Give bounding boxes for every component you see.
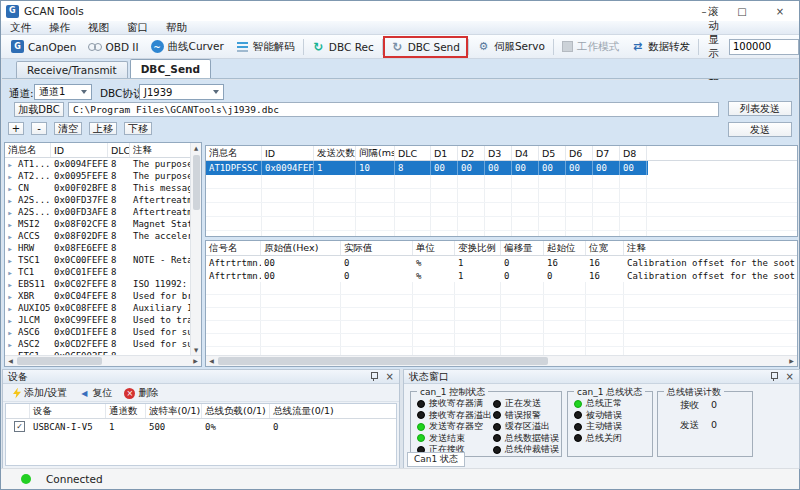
horizontal-scrollbar[interactable]: ◀ ▶ <box>206 355 797 366</box>
signal-row[interactable]: Aftrtrtmn...000%101616Calibration offset… <box>206 256 797 269</box>
pin-icon[interactable] <box>369 372 378 382</box>
column-header[interactable]: 间隔(ms) <box>356 146 395 160</box>
expand-arrow-icon[interactable]: ▶ <box>5 161 15 168</box>
message-row[interactable]: ▶TC10x0C01FEFE8 <box>5 266 190 278</box>
scroll-frames-input[interactable] <box>729 39 799 55</box>
vertical-scrollbar[interactable]: ▲ ▼ <box>190 143 201 355</box>
column-header[interactable]: 消息名 <box>206 146 262 160</box>
column-header[interactable]: 通道数 <box>106 404 146 418</box>
device-row[interactable]: ✓USBCAN-I-V515000%0 <box>6 419 396 434</box>
signal-row-empty[interactable] <box>206 295 797 308</box>
add-row-button[interactable]: + <box>8 122 24 135</box>
send-row-empty[interactable] <box>206 175 797 189</box>
expand-arrow-icon[interactable]: ▶ <box>5 269 15 276</box>
send-row-empty[interactable] <box>206 189 797 203</box>
toolbar-button[interactable]: ~曲线Curver <box>145 37 230 57</box>
toolbar-button[interactable]: 智能解码 <box>230 37 301 57</box>
message-row[interactable]: ▶AUXIO50x0C08FEFE8Auxiliary Input <box>5 302 190 314</box>
column-header[interactable]: 设备 <box>30 404 106 418</box>
device-checkbox[interactable]: ✓ <box>14 421 25 432</box>
expand-arrow-icon[interactable]: ▶ <box>5 341 15 348</box>
message-row[interactable]: ▶ASC60x0CD1FEFE8Used for suspens <box>5 326 190 338</box>
expand-arrow-icon[interactable]: ▶ <box>5 185 15 192</box>
expand-arrow-icon[interactable]: ▶ <box>5 329 15 336</box>
device-toolbar-button[interactable]: ◀复位 <box>79 386 112 400</box>
column-header[interactable]: 信号名 <box>206 241 261 255</box>
scroll-right-icon[interactable]: ▶ <box>786 356 797 366</box>
message-row[interactable]: ▶AT1...0x0094FEFE8The purpose of t <box>5 158 190 170</box>
message-row[interactable]: ▶A2S...0x00FD3AFE8Aftertreatment 2 <box>5 206 190 218</box>
expand-arrow-icon[interactable]: ▶ <box>5 233 15 240</box>
close-icon[interactable]: × <box>386 372 394 381</box>
message-row[interactable]: ▶MSI20x08F02CFE8Magnet Status In <box>5 218 190 230</box>
column-header[interactable]: DLC <box>108 143 130 157</box>
expand-arrow-icon[interactable]: ▶ <box>5 293 15 300</box>
message-row[interactable]: ▶CN0x00F02BFE8This message is <box>5 182 190 194</box>
column-header[interactable]: D5 <box>539 146 566 160</box>
protocol-select[interactable]: J1939 <box>139 84 224 100</box>
column-header[interactable]: 总线流量(0/1) <box>270 404 396 418</box>
expand-arrow-icon[interactable]: ▶ <box>5 209 15 216</box>
maximize-button[interactable]: □ <box>723 1 761 21</box>
send-row-selected[interactable]: AT1DPFSSC0x0094FEFE11080000000000000000 <box>206 161 648 175</box>
toolbar-button[interactable]: ↻DBC Rec <box>306 37 380 57</box>
message-row[interactable]: ▶ACCS0x08F02DFE8The acceleratio <box>5 230 190 242</box>
load-dbc-button[interactable]: 加载DBC <box>14 102 64 117</box>
clear-button[interactable]: 清空 <box>54 122 82 135</box>
menu-item[interactable]: 帮助 <box>157 21 196 35</box>
column-header[interactable]: D7 <box>593 146 620 160</box>
channel-select[interactable]: 通道1 <box>34 84 92 100</box>
column-header[interactable]: 变换比例 <box>455 241 501 255</box>
column-header[interactable]: D4 <box>512 146 539 160</box>
column-header[interactable]: 起始位 <box>544 241 586 255</box>
scrollbar-thumb[interactable] <box>193 155 200 210</box>
message-row[interactable]: ▶A2S...0x00FD37FE8Aftertreatment 2 <box>5 194 190 206</box>
list-send-button[interactable]: 列表发送 <box>728 101 792 116</box>
scroll-down-icon[interactable]: ▼ <box>191 345 201 355</box>
column-header[interactable]: 位宽 <box>586 241 624 255</box>
expand-arrow-icon[interactable]: ▶ <box>5 305 15 312</box>
column-header[interactable]: 原始值(Hex) <box>261 241 341 255</box>
expand-arrow-icon[interactable]: ▶ <box>5 173 15 180</box>
expand-arrow-icon[interactable]: ▶ <box>5 245 15 252</box>
scrollbar-thumb[interactable] <box>17 357 102 365</box>
send-button[interactable]: 发送 <box>728 122 792 137</box>
can1-status-tab[interactable]: Can1 状态 <box>407 452 465 467</box>
column-header[interactable]: D8 <box>620 146 647 160</box>
message-row[interactable]: ▶EBS110x0C02FEFE8ISO 11992: Towin <box>5 278 190 290</box>
toolbar-button[interactable]: ⇄数据转发 <box>625 37 696 57</box>
signal-row-empty[interactable] <box>206 321 797 334</box>
dbc-path-field[interactable]: C:\Program Files\GCANTools\j1939.dbc <box>68 102 719 117</box>
message-row[interactable]: ▶TSC10x0C00FEFE8NOTE - Retarder <box>5 254 190 266</box>
message-row[interactable]: ▶ASC20x0CD2FEFE8Used for suspens <box>5 338 190 350</box>
send-row-empty[interactable] <box>206 203 797 217</box>
expand-arrow-icon[interactable]: ▶ <box>5 317 15 324</box>
scrollbar-thumb[interactable] <box>218 357 548 365</box>
message-row[interactable]: ▶XBR0x0C04FEFE8Used for brake c <box>5 290 190 302</box>
move-up-button[interactable]: 上移 <box>89 122 117 135</box>
scroll-left-icon[interactable]: ◀ <box>206 356 217 366</box>
message-row[interactable]: ▶HRW0x08FE6EFE8 <box>5 242 190 254</box>
column-header[interactable]: ID <box>262 146 314 160</box>
column-header[interactable]: 发送次数 <box>314 146 356 160</box>
device-toolbar-button[interactable]: ×删除 <box>124 386 158 400</box>
column-header[interactable]: 注释 <box>624 241 797 255</box>
column-header[interactable]: D2 <box>458 146 485 160</box>
close-icon[interactable]: × <box>786 372 794 381</box>
horizontal-scrollbar[interactable]: ◀ ▶ <box>5 355 201 366</box>
toolbar-button[interactable]: ⚙伺服Servo <box>471 37 551 57</box>
scroll-up-icon[interactable]: ▲ <box>191 143 201 153</box>
signal-row-empty[interactable] <box>206 334 797 347</box>
toolbar-button[interactable]: GCanOpen <box>5 37 82 57</box>
expand-arrow-icon[interactable]: ▶ <box>5 257 15 264</box>
device-toolbar-button[interactable]: 添加/设置 <box>13 386 67 400</box>
toolbar-button[interactable]: 工作模式 <box>556 37 625 57</box>
scroll-left-icon[interactable]: ◀ <box>5 356 16 366</box>
send-row-empty[interactable] <box>206 231 797 237</box>
send-row-empty[interactable] <box>206 217 797 231</box>
column-header[interactable]: 波特率(0/1) <box>146 404 202 418</box>
column-header[interactable]: 消息名 <box>5 143 51 157</box>
column-header[interactable]: D3 <box>485 146 512 160</box>
column-header[interactable]: D6 <box>566 146 593 160</box>
expand-arrow-icon[interactable]: ▶ <box>5 197 15 204</box>
